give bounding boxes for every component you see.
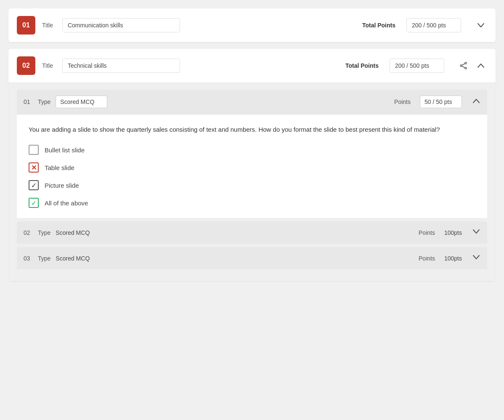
question-points-input-01[interactable] [420, 96, 462, 108]
section-total-points-label-01: Total Points [362, 22, 395, 29]
svg-line-4 [462, 66, 465, 68]
question-text-01: You are adding a slide to show the quart… [29, 125, 475, 135]
answer-option-table: ✕ Table slide [29, 162, 475, 173]
question-number-01: 01 [24, 98, 33, 105]
answer-option-picture: ✓ Picture slide [29, 180, 475, 190]
section-title-input-02[interactable] [62, 58, 180, 73]
answer-text-picture: Picture slide [45, 182, 79, 189]
answer-text-all: All of the above [45, 199, 88, 207]
checkbox-checked-picture[interactable]: ✓ [29, 180, 39, 190]
share-button-02[interactable] [458, 60, 470, 72]
svg-point-1 [465, 67, 467, 69]
section-number-01: 01 [17, 16, 35, 35]
section-title-input-01[interactable] [62, 18, 180, 32]
section-actions-01 [475, 19, 487, 32]
section-header-02: 02 Title Total Points [8, 49, 496, 82]
section-header-01: 01 Title Total Points [8, 8, 496, 42]
answer-text-table: Table slide [45, 164, 74, 171]
answer-options-01: Bullet list slide ✕ Table slide ✓ Pictur… [29, 145, 475, 208]
question-card-02: 02 Type Scored MCQ Points 100pts [17, 221, 487, 244]
question-type-label-02: Type [38, 229, 50, 236]
question-type-select-01[interactable]: Scored MCQ [56, 96, 107, 108]
checkbox-wrong-table[interactable]: ✕ [29, 162, 39, 173]
checkbox-unchecked-bullet[interactable] [29, 145, 39, 155]
question-points-label-02: Points [419, 229, 435, 236]
question-points-text-03: 100pts [444, 255, 462, 262]
section-actions-02 [458, 59, 487, 72]
section-number-02: 02 [17, 56, 35, 75]
question-number-02: 02 [24, 229, 33, 236]
question-header-03: 03 Type Scored MCQ Points 100pts [17, 247, 487, 269]
chevron-down-icon [476, 21, 485, 30]
question-type-label-03: Type [38, 255, 50, 262]
section-card-01: 01 Title Total Points [8, 8, 496, 42]
svg-point-0 [465, 62, 467, 64]
question-points-label-01: Points [394, 98, 411, 105]
section-points-input-01[interactable] [406, 18, 461, 32]
section-card-02: 02 Title Total Points [8, 49, 496, 281]
question-type-text-02: Scored MCQ [56, 229, 90, 236]
question-collapse-btn-01[interactable] [472, 97, 480, 107]
question-points-text-02: 100pts [444, 229, 462, 236]
question-points-label-03: Points [419, 255, 435, 262]
section-expand-btn-01[interactable] [475, 19, 487, 32]
chevron-down-icon-q2 [472, 227, 480, 236]
answer-text-bullet: Bullet list slide [45, 146, 85, 154]
chevron-up-icon [476, 61, 485, 70]
svg-point-2 [460, 65, 462, 66]
section-total-points-label-02: Total Points [345, 62, 379, 69]
checkbox-correct-all[interactable]: ✓ [29, 198, 39, 208]
question-type-text-03: Scored MCQ [56, 255, 90, 262]
section-collapse-btn-02[interactable] [475, 59, 487, 72]
question-header-01: 01 Type Scored MCQ Points [17, 90, 487, 114]
section-content-02: 01 Type Scored MCQ Points You are adding… [8, 82, 496, 281]
question-header-02: 02 Type Scored MCQ Points 100pts [17, 221, 487, 244]
chevron-down-icon-q3 [472, 253, 480, 261]
share-icon [459, 61, 468, 70]
section-title-label-02: Title [42, 62, 53, 69]
question-expand-btn-02[interactable] [472, 227, 480, 238]
answer-option-all: ✓ All of the above [29, 198, 475, 208]
question-type-label-01: Type [38, 98, 50, 105]
question-expand-btn-03[interactable] [472, 253, 480, 263]
question-card-03: 03 Type Scored MCQ Points 100pts [17, 247, 487, 269]
answer-option-bullet: Bullet list slide [29, 145, 475, 155]
question-body-01: You are adding a slide to show the quart… [17, 114, 487, 218]
svg-line-3 [462, 64, 465, 65]
question-number-03: 03 [24, 255, 33, 262]
section-title-label-01: Title [42, 22, 53, 29]
chevron-up-icon-q1 [472, 97, 480, 105]
section-points-input-02[interactable] [390, 58, 444, 73]
question-card-01: 01 Type Scored MCQ Points You are adding… [17, 90, 487, 218]
